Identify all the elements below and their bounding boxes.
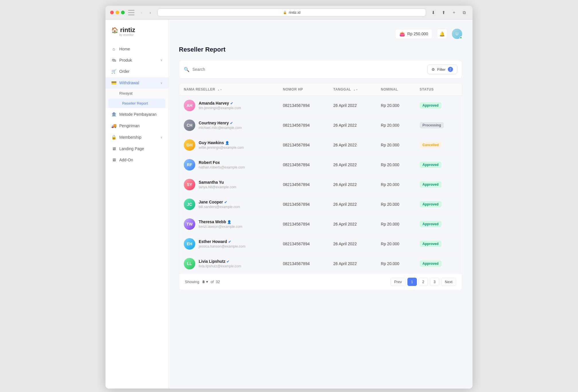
cell-nama: CH Courtney Henry✔ michael.mitc@example.… <box>179 115 278 135</box>
cell-date: 26 April 2022 <box>329 254 376 274</box>
status-badge: Approved <box>420 102 442 109</box>
verified-blue-icon: ✔ <box>224 200 227 204</box>
cell-date: 26 April 2022 <box>329 234 376 254</box>
address-bar[interactable]: 🔒 rintiz.id <box>157 9 426 16</box>
col-nama[interactable]: NAMA RESELLER ▲▼ <box>179 83 278 96</box>
sidebar-item-produk[interactable]: 🛍 Produk ∨ <box>106 54 168 66</box>
cell-nominal: Rp 20.000 <box>376 175 415 195</box>
sidebar-item-withdrawal[interactable]: 💳 Withdrawal ∨ <box>106 77 168 89</box>
sidebar-item-order[interactable]: 🛒 Order <box>106 66 168 77</box>
sidebar-item-pengiriman[interactable]: 🚚 Pengiriman <box>106 120 168 132</box>
cell-date: 26 April 2022 <box>329 96 376 115</box>
table-row[interactable]: RF Robert Fox nathan.roberts@example.com… <box>179 155 462 175</box>
balance-amount: Rp 250.000 <box>407 32 428 36</box>
avatar: RF <box>184 159 195 170</box>
cell-nama: EH Esther Howard✔ jessica.hanson@example… <box>179 234 278 254</box>
lock-icon: 🔒 <box>283 11 287 14</box>
user-avatar[interactable]: U <box>452 29 462 39</box>
filter-button[interactable]: ⚙ Filter 2 <box>427 64 457 74</box>
reseller-info: GH Guy Hawkins👤 willie.jennings@example.… <box>184 139 274 151</box>
page-2-button[interactable]: 2 <box>419 278 428 286</box>
table-row[interactable]: SY Samantha Yu tanya.hill@example.com 08… <box>179 175 462 195</box>
chevron-down-icon: ∨ <box>160 136 163 139</box>
sidebar-item-riwayat[interactable]: Riwayat <box>106 89 168 98</box>
table-row[interactable]: LL Livia Lipshutz✔ livia.lipshutz@exampl… <box>179 254 462 274</box>
reseller-email: bill.sanders@example.com <box>199 205 240 209</box>
table-row[interactable]: GH Guy Hawkins👤 willie.jennings@example.… <box>179 135 462 155</box>
filter-icon: ⚙ <box>431 67 435 72</box>
cell-date: 26 April 2022 <box>329 115 376 135</box>
col-nomor: NOMOR HP <box>278 83 329 96</box>
search-input[interactable] <box>192 67 278 72</box>
page-navigation: Prev 1 2 3 Next <box>390 278 456 286</box>
prev-button[interactable]: Prev <box>390 278 406 286</box>
share-button[interactable]: ⬆ <box>440 9 447 16</box>
minimize-button[interactable] <box>116 11 119 14</box>
sidebar-item-reseller-report[interactable]: Reseller Report <box>108 99 165 108</box>
reseller-name: Esther Howard✔ <box>199 239 245 244</box>
tabs-button[interactable]: ⧉ <box>460 9 468 16</box>
reseller-name: Amanda Harvey✔ <box>199 101 241 105</box>
col-tanggal[interactable]: TANGGAL ▲▼ <box>329 83 376 96</box>
reseller-email: tim.jennings@example.com <box>199 106 241 110</box>
page-3-button[interactable]: 3 <box>430 278 439 286</box>
cell-status: Approved <box>415 155 462 175</box>
pagination-bar: Showing 8 ▼ of 32 Prev 1 2 3 Next <box>179 273 462 290</box>
sidebar-item-membership[interactable]: 🔒 Membership ∨ <box>106 132 168 143</box>
cell-phone: 082134567894 <box>278 195 329 214</box>
reseller-info: TW Theresa Webb👤 kenzi.lawson@example.co… <box>184 218 274 230</box>
of-label: of <box>210 280 215 284</box>
cell-phone: 082134567894 <box>278 214 329 234</box>
avatar: LL <box>184 258 195 269</box>
reseller-info: CH Courtney Henry✔ michael.mitc@example.… <box>184 119 274 131</box>
sidebar-item-add-on[interactable]: 🖥 Add-On <box>106 154 168 165</box>
sidebar-item-landing-page[interactable]: 🖥 Landing Page <box>106 143 168 154</box>
back-button[interactable]: ‹ <box>138 9 145 16</box>
status-badge: Processing <box>420 122 444 128</box>
reseller-details: Samantha Yu tanya.hill@example.com <box>199 180 236 189</box>
membership-icon: 🔒 <box>111 135 116 140</box>
cell-date: 26 April 2022 <box>329 175 376 195</box>
total-count: 32 <box>216 280 220 284</box>
next-button[interactable]: Next <box>441 278 456 286</box>
verified-blue-icon: ✔ <box>230 121 233 125</box>
page-count: 8 <box>202 280 204 284</box>
sidebar-item-metode-pembayaran[interactable]: 🏦 Metode Pembayaran <box>106 109 168 120</box>
landing-icon: 🖥 <box>111 146 116 151</box>
showing-count: 8 ▼ <box>200 280 209 284</box>
fullscreen-button[interactable] <box>121 11 125 14</box>
table-row[interactable]: EH Esther Howard✔ jessica.hanson@example… <box>179 234 462 254</box>
reseller-name: Theresa Webb👤 <box>199 219 242 224</box>
table-row[interactable]: CH Courtney Henry✔ michael.mitc@example.… <box>179 115 462 135</box>
balance-display: 👛 Rp 250.000 <box>395 29 432 39</box>
reseller-details: Livia Lipshutz✔ livia.lipshutz@example.c… <box>199 259 241 268</box>
forward-button[interactable]: › <box>147 9 154 16</box>
traffic-lights <box>110 11 125 14</box>
avatar: AH <box>184 100 195 111</box>
reseller-details: Theresa Webb👤 kenzi.lawson@example.com <box>199 219 242 229</box>
new-tab-button[interactable]: ＋ <box>450 9 458 16</box>
reseller-info: AH Amanda Harvey✔ tim.jennings@example.c… <box>184 100 274 111</box>
reseller-info: SY Samantha Yu tanya.hill@example.com <box>184 179 274 190</box>
close-button[interactable] <box>110 11 114 14</box>
page-1-button[interactable]: 1 <box>407 278 417 286</box>
notification-button[interactable]: 🔔 <box>437 29 447 39</box>
cell-nama: LL Livia Lipshutz✔ livia.lipshutz@exampl… <box>179 254 278 274</box>
reseller-details: Robert Fox nathan.roberts@example.com <box>199 160 245 169</box>
cell-phone: 082134567894 <box>278 115 329 135</box>
reseller-email: jessica.hanson@example.com <box>199 244 245 248</box>
table-row[interactable]: TW Theresa Webb👤 kenzi.lawson@example.co… <box>179 214 462 234</box>
verified-yellow-icon: 👤 <box>225 141 229 145</box>
home-icon: ⌂ <box>111 46 116 51</box>
download-button[interactable]: ⬇ <box>429 9 437 16</box>
cell-nominal: Rp 20.000 <box>376 115 415 135</box>
sidebar: 🏠 rintiz by wuoobiz ⌂ Home 🛍 Produk ∨ 🛒 <box>106 19 169 389</box>
dropdown-arrow[interactable]: ▼ <box>206 280 208 283</box>
search-filter-bar: 🔍 ⚙ Filter 2 <box>179 60 462 79</box>
sidebar-item-home[interactable]: ⌂ Home <box>106 43 168 54</box>
sidebar-toggle-button[interactable] <box>128 10 134 15</box>
verified-yellow-icon: 👤 <box>227 220 231 224</box>
table-row[interactable]: JC Jane Cooper✔ bill.sanders@example.com… <box>179 195 462 214</box>
table-row[interactable]: AH Amanda Harvey✔ tim.jennings@example.c… <box>179 96 462 115</box>
cell-phone: 082134567894 <box>278 155 329 175</box>
